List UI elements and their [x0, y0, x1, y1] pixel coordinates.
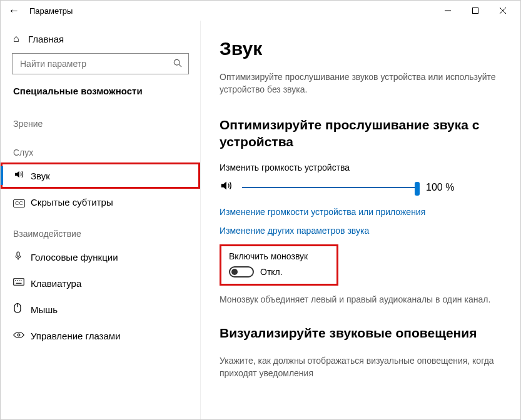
svg-point-16	[18, 334, 20, 336]
sidebar-item-sound[interactable]: Звук	[1, 162, 200, 189]
speaker-icon	[13, 169, 31, 182]
maximize-button[interactable]	[462, 1, 489, 20]
mono-audio-section: Включить монозвук Откл.	[220, 244, 338, 286]
mouse-icon	[13, 302, 31, 316]
mono-toggle-state: Откл.	[260, 267, 283, 277]
cc-icon: CC	[13, 196, 31, 208]
sidebar-item-captions[interactable]: CC Скрытые субтитры	[1, 189, 200, 215]
close-button[interactable]	[489, 1, 517, 20]
window-title: Параметры	[29, 6, 73, 16]
visualize-heading: Визуализируйте звуковые оповещения	[220, 324, 502, 341]
group-vision: Зрение	[1, 105, 200, 134]
sidebar: ⌂ Главная Специальные возможности Зрение…	[1, 21, 201, 419]
page-title: Звук	[220, 38, 502, 59]
keyboard-icon	[13, 278, 31, 289]
svg-rect-6	[17, 252, 19, 256]
page-description: Оптимизируйте прослушивание звуков устро…	[220, 71, 502, 96]
back-button[interactable]: ←	[4, 1, 23, 20]
search-input[interactable]	[19, 58, 173, 69]
volume-value: 100 %	[426, 182, 454, 193]
eye-icon	[13, 330, 31, 341]
optimize-heading: Оптимизируйте прослушивание звука с устр…	[220, 116, 502, 151]
volume-slider[interactable]	[242, 181, 417, 194]
svg-line-5	[179, 64, 181, 67]
sidebar-item-eye-control[interactable]: Управление глазами	[1, 322, 200, 349]
svg-point-4	[174, 59, 180, 65]
sidebar-item-mouse[interactable]: Мышь	[1, 296, 200, 322]
section-heading: Специальные возможности	[1, 86, 200, 105]
group-hearing: Слух	[1, 134, 200, 162]
microphone-icon	[13, 251, 31, 263]
link-other-sound-settings[interactable]: Изменение других параметров звука	[220, 226, 502, 236]
sidebar-item-speech[interactable]: Голосовые функции	[1, 244, 200, 270]
volume-icon	[220, 179, 233, 196]
link-device-app-volume[interactable]: Изменение громкости устройства или прило…	[220, 207, 502, 217]
home-label: Главная	[28, 34, 64, 44]
titlebar: ← Параметры	[1, 1, 520, 21]
mono-title: Включить монозвук	[229, 251, 329, 261]
sidebar-item-label: Скрытые субтитры	[31, 197, 113, 208]
minimize-button[interactable]	[434, 1, 462, 20]
svg-rect-8	[14, 279, 24, 286]
sidebar-item-label: Управление глазами	[31, 331, 121, 341]
mono-toggle[interactable]	[229, 266, 254, 278]
search-icon	[173, 59, 182, 69]
sidebar-item-label: Мышь	[31, 304, 58, 315]
mono-description: Монозвук объединяет левый и правый аудио…	[220, 293, 502, 306]
sidebar-item-keyboard[interactable]: Клавиатура	[1, 270, 200, 296]
volume-label: Изменить громкость устройства	[220, 162, 502, 172]
home-nav[interactable]: ⌂ Главная	[1, 29, 200, 53]
sidebar-item-label: Голосовые функции	[31, 252, 118, 262]
main-content: Звук Оптимизируйте прослушивание звуков …	[201, 21, 520, 419]
home-icon: ⌂	[13, 33, 28, 44]
visualize-description: Укажите, как должны отображаться визуаль…	[220, 354, 502, 380]
svg-rect-1	[473, 8, 478, 14]
group-interaction: Взаимодействие	[1, 215, 200, 244]
search-input-container[interactable]	[12, 53, 189, 74]
sidebar-item-label: Звук	[31, 171, 50, 181]
sidebar-item-label: Клавиатура	[31, 278, 81, 289]
